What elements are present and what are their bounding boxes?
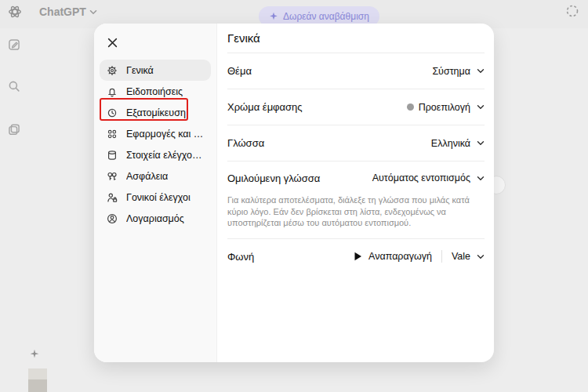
sparkle-icon	[28, 348, 41, 361]
accent-color-dot	[407, 103, 414, 111]
sidebar-item-label: Εφαρμογές και σύνδε…	[126, 129, 205, 140]
sidebar-item-label: Γονικοί έλεγχοι	[126, 192, 191, 203]
chevron-down-icon	[477, 254, 485, 260]
model-switcher[interactable]: ChatGPT	[39, 5, 97, 18]
sparkle-star-icon	[269, 12, 278, 21]
person-lock-icon	[106, 191, 118, 204]
sidebar-item-apps-connectors[interactable]: Εφαρμογές και σύνδε…	[100, 123, 211, 144]
upgrade-label: Δωρεάν αναβάθμιση	[283, 11, 369, 22]
spoken-language-description: Για καλύτερα αποτελέσματα, διάλεξε τη γλ…	[227, 194, 485, 229]
sidebar-item-security[interactable]: Ασφάλεια	[100, 165, 211, 187]
chevron-down-icon	[477, 104, 485, 110]
close-button[interactable]	[101, 31, 123, 53]
voice-select[interactable]: Vale	[442, 251, 485, 262]
temporary-chat-icon[interactable]	[565, 4, 579, 18]
setting-row-theme: Θέμα Σύστημα	[227, 53, 485, 89]
language-select[interactable]: Ελληνικά	[431, 138, 485, 149]
sidebar-item-label: Ασφάλεια	[126, 171, 168, 182]
settings-sidebar: Γενικά Ειδοποιήσεις Εξατομίκευση	[94, 24, 217, 362]
sidebar-item-data-controls[interactable]: Στοιχεία ελέγχου δεδο…	[100, 144, 211, 165]
sidebar-item-label: Γενικά	[126, 65, 154, 76]
sidebar-item-label: Στοιχεία ελέγχου δεδο…	[126, 150, 205, 161]
clock-icon	[106, 107, 118, 119]
settings-nav: Γενικά Ειδοποιήσεις Εξατομίκευση	[94, 60, 216, 229]
keys-icon	[106, 170, 118, 183]
sidebar-item-account[interactable]: Λογαριασμός	[100, 208, 211, 229]
gear-icon	[106, 64, 118, 77]
voice-label: Φωνή	[227, 251, 254, 263]
openai-logo-icon	[6, 3, 24, 20]
language-label: Γλώσσα	[227, 137, 264, 149]
setting-row-language: Γλώσσα Ελληνικά	[227, 125, 485, 162]
brand-label: ChatGPT	[39, 5, 86, 18]
theme-select[interactable]: Σύστημα	[432, 66, 485, 77]
sidebar-item-label: Λογαριασμός	[126, 213, 184, 224]
library-icon[interactable]	[7, 122, 21, 136]
setting-row-voice: Φωνή Αναπαραγωγή Vale	[227, 239, 485, 274]
new-chat-icon[interactable]	[7, 38, 21, 52]
chevron-down-icon	[477, 176, 485, 181]
page-title: Γενικά	[227, 24, 485, 53]
general-settings-panel: Γενικά Θέμα Σύστημα Χρώμα έμφασης Προεπι…	[217, 24, 494, 362]
close-icon	[107, 38, 118, 48]
sidebar-item-general[interactable]: Γενικά	[100, 60, 211, 81]
settings-dialog: Γενικά Ειδοποιήσεις Εξατομίκευση	[94, 24, 494, 362]
setting-row-spoken-language: Ομιλούμενη γλώσσα Αυτόματος εντοπισμός Γ…	[227, 162, 485, 239]
setting-row-accent-color: Χρώμα έμφασης Προεπιλογή	[227, 89, 485, 125]
person-circle-icon	[106, 212, 118, 225]
database-icon	[106, 149, 118, 162]
chevron-down-icon	[477, 140, 485, 146]
theme-label: Θέμα	[227, 65, 252, 77]
chevron-down-icon	[477, 68, 485, 74]
spoken-language-label: Ομιλούμενη γλώσσα	[227, 172, 320, 184]
bell-icon	[106, 85, 118, 98]
connectors-icon	[106, 128, 118, 140]
avatar	[28, 368, 47, 392]
play-voice-button[interactable]: Αναπαραγωγή	[354, 251, 441, 262]
spoken-language-select[interactable]: Αυτόματος εντοπισμός	[372, 172, 485, 183]
sidebar-item-personalization[interactable]: Εξατομίκευση	[100, 102, 211, 123]
sidebar-item-notifications[interactable]: Ειδοποιήσεις	[100, 81, 211, 102]
accent-color-label: Χρώμα έμφασης	[227, 101, 303, 113]
sidebar-item-parental-controls[interactable]: Γονικοί έλεγχοι	[100, 187, 211, 208]
chevron-down-icon	[89, 9, 97, 15]
sidebar-item-label: Εξατομίκευση	[126, 107, 186, 118]
accent-color-select[interactable]: Προεπιλογή	[407, 102, 485, 113]
sidebar-item-label: Ειδοποιήσεις	[126, 86, 183, 97]
search-icon[interactable]	[7, 79, 21, 93]
play-icon	[354, 252, 362, 261]
